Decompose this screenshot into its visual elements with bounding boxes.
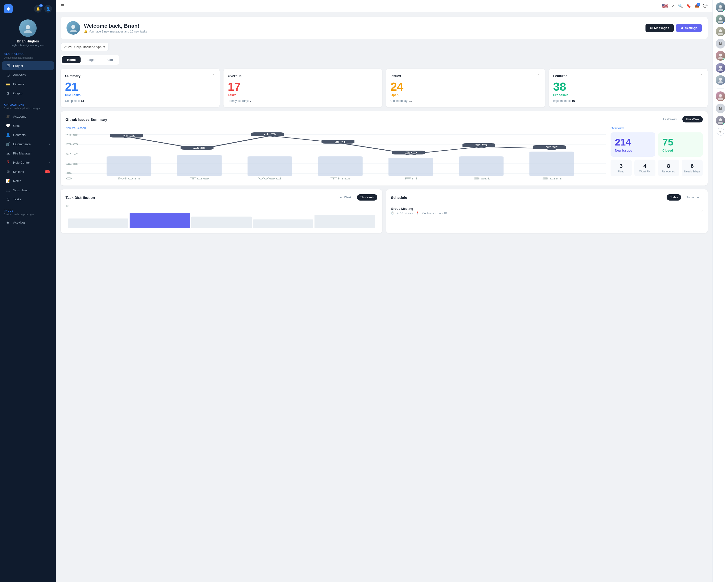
clock-icon: 🕐 — [391, 212, 394, 215]
svg-text:45: 45 — [66, 133, 79, 136]
overdue-number: 17 — [228, 81, 378, 93]
today-button[interactable]: Today — [667, 194, 681, 200]
sidebar-item-notes[interactable]: 📝 Notes — [2, 176, 54, 185]
notification-bell-button[interactable]: 🔔 3 — [34, 5, 42, 12]
right-panel-avatar-4[interactable] — [716, 51, 725, 61]
welcome-left: Welcome back, Brian! 🔔 You have 2 new me… — [67, 21, 147, 35]
messages-button[interactable]: ✉ Messages — [646, 24, 674, 32]
tab-budget[interactable]: Budget — [81, 56, 100, 63]
right-panel-avatar-m[interactable]: M — [716, 39, 725, 49]
bar — [314, 215, 375, 228]
right-panel-avatar-m2[interactable]: M — [716, 104, 725, 113]
right-panel-avatar-1[interactable] — [716, 2, 725, 12]
schedule-arrow-icon[interactable]: › — [702, 209, 703, 213]
wont-fix-label: Won't Fix — [637, 170, 653, 173]
overview-top: 214 New Issues 75 Closed — [610, 132, 703, 157]
sidebar-item-ecommerce[interactable]: 🛒 ECommerce › — [2, 140, 54, 148]
card-header: Overdue ⋮ — [228, 74, 378, 78]
sidebar-item-label: Chat — [13, 124, 20, 128]
tab-home[interactable]: Home — [62, 56, 81, 63]
settings-button[interactable]: ⚙ Settings — [676, 24, 702, 32]
chat-topbar-icon[interactable]: 💬 — [703, 4, 708, 8]
svg-point-2 — [71, 25, 75, 29]
sidebar-item-crypto[interactable]: $ Crypto — [2, 89, 54, 98]
search-icon[interactable]: 🔍 — [678, 4, 683, 8]
task-last-week-button[interactable]: Last Week — [334, 194, 355, 200]
flag-icon[interactable]: 🇺🇸 — [662, 3, 668, 9]
app-dropdown[interactable]: ACME Corp. Backend App ▾ — [61, 43, 109, 51]
user-circle-button[interactable]: 👤 — [44, 5, 52, 12]
last-week-button[interactable]: Last Week — [660, 116, 680, 122]
dashboards-section-label: DASHBOARDS — [0, 50, 56, 56]
right-panel-avatar-5[interactable] — [716, 63, 725, 73]
sidebar-item-tasks[interactable]: ⏱ Tasks — [2, 195, 54, 203]
bookmark-icon[interactable]: 🔖 — [686, 4, 691, 8]
right-panel-avatar-2[interactable] — [716, 15, 725, 24]
sidebar-item-project[interactable]: ☑ Project — [2, 61, 54, 70]
ecommerce-icon: 🛒 — [6, 142, 10, 146]
svg-point-55 — [718, 33, 723, 35]
task-this-week-button[interactable]: This Week — [357, 194, 378, 200]
features-number: 38 — [553, 81, 703, 93]
location-icon: 📍 — [416, 212, 419, 215]
sidebar-item-finance[interactable]: 💳 Finance — [2, 80, 54, 88]
card-menu-dots[interactable]: ⋮ — [537, 74, 541, 78]
svg-point-51 — [718, 8, 723, 11]
tasks-icon: ⏱ — [6, 197, 10, 201]
mailbox-icon: ✉ — [6, 169, 10, 174]
svg-rect-21 — [529, 151, 574, 176]
card-menu-dots[interactable]: ⋮ — [699, 74, 703, 78]
card-menu-dots[interactable]: ⋮ — [374, 74, 378, 78]
analytics-icon: ◷ — [6, 73, 10, 77]
bar — [130, 213, 190, 228]
svg-rect-17 — [248, 157, 292, 176]
overview-label: Overview — [610, 126, 703, 130]
card-title: Overdue — [228, 74, 242, 78]
sidebar-item-mailbox[interactable]: ✉ Mailbox 27 — [2, 167, 54, 176]
online-indicator — [723, 10, 725, 12]
svg-text:36: 36 — [66, 143, 79, 146]
fullscreen-icon[interactable]: ⤢ — [672, 4, 675, 8]
topbar-right: 🇺🇸 ⤢ 🔍 🔖 📥 5 💬 — [662, 3, 708, 9]
topbar-left: ☰ — [61, 3, 64, 8]
sidebar-item-label: Tasks — [13, 197, 21, 201]
svg-point-53 — [718, 21, 723, 23]
tabs-row: Home Budget Team — [61, 55, 119, 65]
notes-icon: 📝 — [6, 179, 10, 183]
summary-cards: Summary ⋮ 21 Due Tasks Completed: 13 Ove… — [61, 68, 708, 107]
tab-team[interactable]: Team — [100, 56, 118, 63]
sidebar-item-label: Help Center — [13, 161, 30, 164]
sidebar-item-filemanager[interactable]: ☁ File Manager — [2, 149, 54, 158]
right-panel-avatar-6[interactable] — [716, 75, 725, 85]
github-issues-section: Github Issues Summary Last Week This Wee… — [61, 111, 708, 186]
bar — [68, 219, 128, 228]
add-user-button[interactable]: + — [717, 128, 724, 136]
right-panel-avatar-7[interactable] — [716, 91, 725, 101]
user-avatar — [19, 20, 37, 37]
main-content: ☰ 🇺🇸 ⤢ 🔍 🔖 📥 5 💬 — [56, 0, 712, 582]
svg-point-64 — [719, 118, 722, 121]
bar — [253, 219, 313, 228]
right-panel-avatar-3[interactable] — [716, 27, 725, 36]
crypto-icon: $ — [6, 91, 10, 95]
menu-icon[interactable]: ☰ — [61, 3, 64, 8]
inbox-icon[interactable]: 📥 5 — [695, 4, 699, 8]
schedule-location: Conference room 1B — [422, 212, 447, 215]
sidebar-item-helpcenter[interactable]: ❓ Help Center › — [2, 158, 54, 167]
right-panel-avatar-8[interactable] — [716, 116, 725, 126]
tomorrow-button[interactable]: Tomorrow — [683, 194, 703, 200]
app-logo[interactable]: ◆ — [4, 4, 12, 13]
features-label: Proposals — [553, 93, 703, 97]
sidebar-item-scrumboard[interactable]: ⬚ Scrumboard — [2, 186, 54, 194]
sidebar-item-chat[interactable]: 💬 Chat — [2, 121, 54, 130]
sidebar-item-contacts[interactable]: 👤 Contacts — [2, 131, 54, 139]
sidebar-item-academy[interactable]: 🎓 Academy — [2, 112, 54, 121]
closed-card: 75 Closed — [658, 132, 703, 157]
card-menu-dots[interactable]: ⋮ — [211, 74, 215, 78]
notification-badge: 3 — [39, 4, 43, 7]
this-week-button[interactable]: This Week — [682, 116, 703, 122]
sidebar-item-activities[interactable]: ◈ Activities — [2, 218, 54, 227]
settings-icon: ⚙ — [680, 26, 683, 30]
triage-stat: 6 Needs Triage — [682, 160, 703, 176]
sidebar-item-analytics[interactable]: ◷ Analytics — [2, 71, 54, 79]
